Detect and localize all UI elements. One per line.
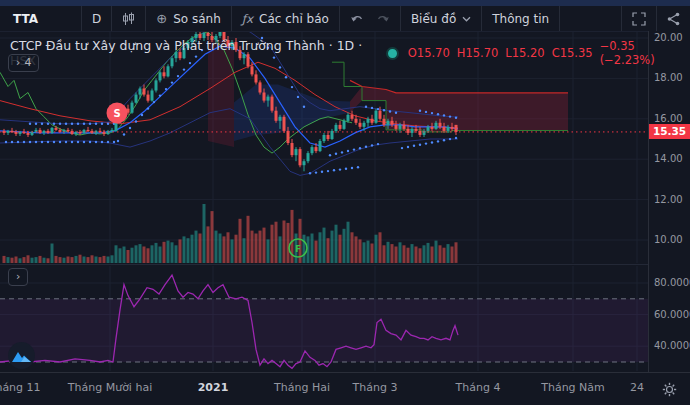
legend: CTCP Đầu tư Xây dựng và Phát triển Trườn… — [10, 38, 690, 68]
ohlc-close: C15.35 — [552, 46, 593, 60]
time-axis-label: Tháng Mười hai — [55, 381, 165, 394]
svg-text:S: S — [113, 108, 120, 119]
chevron-right-icon: › — [16, 56, 20, 69]
price-axis-label: 18.00 — [654, 72, 683, 83]
ohlc-low: L15.20 — [505, 46, 544, 60]
price-axis[interactable]: 15.35 20.0018.0016.0014.0012.0010.0080.0… — [648, 31, 690, 372]
broker-logo[interactable] — [8, 342, 35, 369]
gear-icon — [662, 382, 677, 397]
price-axis-label: 14.00 — [654, 153, 683, 164]
axis-settings-button[interactable] — [655, 379, 683, 399]
indicator-axis-label: 40.0000 — [654, 340, 690, 351]
time-axis[interactable]: háng 11Tháng Mười hai2021Tháng HaiTháng … — [0, 372, 690, 405]
pane-separator[interactable] — [0, 264, 690, 265]
indicator-axis-label: 80.0000 — [654, 277, 690, 288]
collapse-indicators-button[interactable]: › 4 — [8, 54, 39, 72]
price-axis-label: 16.00 — [654, 113, 683, 124]
market-status-dot-icon — [386, 47, 399, 60]
mountain-logo-icon — [12, 349, 31, 363]
price-axis-label: 10.00 — [654, 234, 683, 245]
chevron-right-icon: › — [16, 270, 20, 283]
indicator-axis-label: 60.0000 — [654, 309, 690, 320]
ohlc-open: O15.70 — [408, 46, 450, 60]
price-change: −0.35 (−2.23%) — [600, 39, 690, 67]
svg-text:F: F — [295, 244, 301, 254]
instrument-title[interactable]: CTCP Đầu tư Xây dựng và Phát triển Trườn… — [10, 38, 377, 68]
collapse-pane-button[interactable]: › — [8, 268, 28, 286]
indicator-count: 4 — [24, 56, 31, 69]
price-axis-label: 12.00 — [654, 194, 683, 205]
last-price-badge: 15.35 — [649, 124, 690, 139]
ohlc-high: H15.70 — [457, 46, 499, 60]
time-axis-label: Tháng 4 — [423, 381, 533, 394]
time-axis-label: Tháng 3 — [320, 381, 430, 394]
trading-chart-app: TTA D ⊕ So sánh ƒx Các chỉ báo — [0, 0, 690, 405]
